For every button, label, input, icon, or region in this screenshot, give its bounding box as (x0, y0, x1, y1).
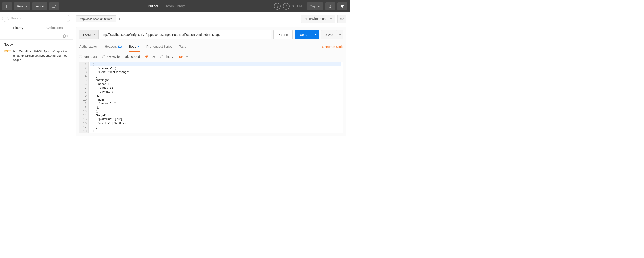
body-type-urlencoded[interactable]: x-www-form-urlencoded (102, 55, 140, 58)
svg-line-13 (8, 19, 9, 20)
search-box[interactable] (2, 15, 70, 22)
svg-point-9 (277, 7, 278, 8)
raw-type-select[interactable]: Text (178, 55, 188, 58)
body-editor[interactable]: 123456789101112131415161718 { "message" … (79, 62, 344, 134)
save-dropdown[interactable] (337, 30, 344, 39)
history-date-label: Today (4, 43, 68, 46)
add-tab-button[interactable]: + (116, 15, 124, 22)
svg-point-10 (286, 5, 287, 6)
svg-point-8 (277, 5, 278, 5)
svg-rect-11 (330, 5, 330, 7)
tab-builder[interactable]: Builder (148, 0, 158, 12)
generate-code-link[interactable]: Generate Code (322, 42, 344, 51)
history-item[interactable]: POST http://localhost:9080/imfpush/v1/ap… (4, 50, 68, 62)
sign-in-button[interactable]: Sign In (307, 3, 323, 10)
save-button[interactable]: Save (321, 30, 337, 39)
history-item-method: POST (4, 50, 11, 52)
request-tab[interactable]: http://localhost:9080/imfp (76, 16, 116, 22)
svg-point-5 (277, 6, 278, 7)
svg-point-12 (6, 17, 8, 19)
new-window-button[interactable] (49, 3, 59, 10)
svg-point-6 (276, 6, 276, 6)
sidebar-tab-collections[interactable]: Collections (36, 24, 73, 32)
user-icon[interactable] (283, 3, 290, 10)
method-select[interactable]: POST (79, 30, 98, 39)
env-quicklook-button[interactable] (338, 15, 346, 23)
clear-history-button[interactable]: ▼ (63, 34, 68, 38)
svg-rect-2 (52, 5, 55, 8)
body-type-raw[interactable]: raw (145, 55, 155, 58)
subtab-body[interactable]: Body (128, 42, 140, 52)
editor-gutter: 123456789101112131415161718 (79, 62, 88, 133)
subtab-headers[interactable]: Headers (1) (104, 42, 122, 52)
heart-icon[interactable] (338, 3, 347, 10)
svg-rect-0 (5, 5, 9, 8)
content: http://localhost:9080/imfp + No environm… (73, 12, 350, 141)
sidebar-tab-history[interactable]: History (0, 24, 36, 32)
body-type-formdata[interactable]: form-data (79, 55, 97, 58)
subtab-tests[interactable]: Tests (178, 42, 187, 52)
svg-rect-14 (63, 35, 65, 37)
params-button[interactable]: Params (274, 30, 293, 39)
toggle-sidebar-button[interactable] (2, 3, 12, 10)
search-input[interactable] (11, 17, 67, 20)
body-type-binary[interactable]: binary (160, 55, 173, 58)
editor-code[interactable]: { "message" : { "alert" : "Test message"… (88, 62, 343, 133)
body-modified-indicator (138, 46, 139, 48)
history-item-url: http://localhost:9080/imfpush/v1/apps/co… (13, 50, 68, 62)
send-dropdown[interactable] (312, 30, 319, 39)
offline-status: OFFLINE (292, 5, 303, 8)
runner-button[interactable]: Runner (14, 3, 30, 10)
eye-icon (340, 18, 344, 20)
svg-point-7 (278, 6, 278, 6)
tab-team-library[interactable]: Team Library (166, 0, 185, 12)
send-button[interactable]: Send (295, 30, 312, 39)
subtab-authorization[interactable]: Authorization (79, 42, 98, 52)
headers-count: (1) (118, 45, 122, 48)
sync-icon[interactable] (274, 3, 281, 10)
sidebar: History Collections ▼ Today POST http://… (0, 12, 73, 141)
settings-icon[interactable] (325, 3, 335, 10)
topbar: Runner Import Builder Team Library OFFLI… (0, 0, 350, 12)
subtab-prerequest[interactable]: Pre-request Script (146, 42, 172, 52)
import-button[interactable]: Import (32, 3, 48, 10)
svg-point-17 (342, 18, 342, 20)
environment-select[interactable]: No environment (301, 15, 335, 23)
url-input[interactable] (98, 30, 271, 39)
search-icon (6, 17, 9, 20)
